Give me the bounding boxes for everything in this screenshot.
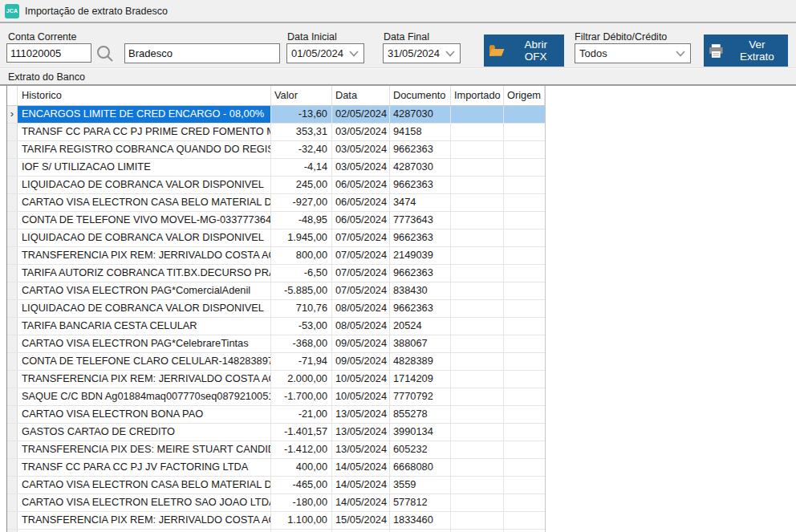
- cell-historico[interactable]: CARTAO VISA ELECTRON PAG*CelebrareTintas: [18, 335, 271, 352]
- cell-valor[interactable]: 800,00: [271, 247, 332, 264]
- cell-data[interactable]: 15/05/2024: [332, 512, 390, 529]
- cell-valor[interactable]: 1.100,00: [271, 512, 332, 529]
- cell-data[interactable]: 14/05/2024: [332, 477, 390, 493]
- cell-valor[interactable]: -5.885,00: [271, 282, 332, 299]
- cell-origem[interactable]: [504, 265, 545, 282]
- cell-data[interactable]: 06/05/2024: [332, 177, 390, 193]
- table-row[interactable]: IOF S/ UTILIZACAO LIMITE -4,14 03/05/202…: [7, 159, 545, 177]
- cell-historico[interactable]: TARIFA REGISTRO COBRANCA QUANDO DO REGIS…: [18, 141, 271, 158]
- cell-data[interactable]: 06/05/2024: [332, 212, 390, 229]
- cell-historico[interactable]: LIQUIDACAO DE COBRANCA VALOR DISPONIVEL: [18, 300, 271, 317]
- cell-origem[interactable]: [504, 159, 545, 176]
- table-row[interactable]: CARTAO VISA ELECTRON PAG*CelebrareTintas…: [7, 335, 545, 353]
- cell-documento[interactable]: 577812: [390, 494, 451, 511]
- cell-importado[interactable]: [451, 124, 504, 140]
- cell-data[interactable]: 07/05/2024: [332, 229, 390, 246]
- cell-valor[interactable]: -1.412,00: [271, 441, 332, 458]
- cell-documento[interactable]: 7770792: [390, 388, 451, 405]
- cell-origem[interactable]: [504, 124, 545, 140]
- bank-name-input[interactable]: [124, 43, 280, 63]
- table-row[interactable]: LIQUIDACAO DE COBRANCA VALOR DISPONIVEL …: [7, 300, 545, 318]
- cell-historico[interactable]: TRANSF CC PARA CC PJ JV FACTORING LTDA: [18, 459, 271, 476]
- table-row[interactable]: TRANSFERENCIA PIX REM: JERRIVALDO COSTA …: [7, 512, 545, 530]
- account-number-input[interactable]: [6, 43, 91, 63]
- table-row[interactable]: CARTAO VISA ELECTRON CASA BELO MATERIAL …: [7, 477, 545, 494]
- table-row[interactable]: CONTA DE TELEFONE VIVO MOVEL-MG-03377736…: [7, 212, 545, 229]
- cell-documento[interactable]: 7773643: [390, 212, 451, 229]
- table-row[interactable]: TRANSFERENCIA PIX REM: JERRIVALDO COSTA …: [7, 247, 545, 265]
- cell-documento[interactable]: 9662363: [390, 300, 451, 317]
- cell-importado[interactable]: [451, 247, 504, 264]
- column-header-origem[interactable]: Origem: [504, 86, 545, 105]
- cell-historico[interactable]: LIQUIDACAO DE COBRANCA VALOR DISPONIVEL: [18, 229, 271, 246]
- table-row[interactable]: TRANSFERENCIA PIX DES: MEIRE STUART CAND…: [7, 441, 545, 459]
- cell-data[interactable]: 14/05/2024: [332, 459, 390, 476]
- cell-importado[interactable]: [451, 265, 504, 282]
- table-row[interactable]: GASTOS CARTAO DE CREDITO -1.401,57 13/05…: [7, 424, 545, 441]
- cell-importado[interactable]: [451, 441, 504, 458]
- cell-documento[interactable]: 1833460: [390, 512, 451, 529]
- cell-historico[interactable]: TRANSFERENCIA PIX REM: JERRIVALDO COSTA …: [18, 247, 271, 264]
- cell-historico[interactable]: CARTAO VISA ELECTRON BONA PAO: [18, 406, 271, 423]
- cell-data[interactable]: 13/05/2024: [332, 424, 390, 441]
- cell-valor[interactable]: 353,31: [271, 124, 332, 140]
- cell-documento[interactable]: 3474: [390, 194, 451, 211]
- cell-valor[interactable]: 400,00: [271, 459, 332, 476]
- cell-historico[interactable]: CARTAO VISA ELECTRON CASA BELO MATERIAL …: [18, 477, 271, 493]
- cell-historico[interactable]: TRANSFERENCIA PIX REM: JERRIVALDO COSTA …: [18, 371, 271, 388]
- table-row[interactable]: SAQUE C/C BDN Ag01884maq007770seq0879210…: [7, 388, 545, 406]
- cell-origem[interactable]: [504, 459, 545, 476]
- cell-historico[interactable]: TRANSFERENCIA PIX DES: MEIRE STUART CAND…: [18, 441, 271, 458]
- cell-data[interactable]: 09/05/2024: [332, 335, 390, 352]
- cell-origem[interactable]: [504, 247, 545, 264]
- cell-documento[interactable]: 605232: [390, 441, 451, 458]
- cell-importado[interactable]: [451, 141, 504, 158]
- cell-data[interactable]: 10/05/2024: [332, 388, 390, 405]
- cell-data[interactable]: 14/05/2024: [332, 494, 390, 511]
- cell-valor[interactable]: 1.945,00: [271, 229, 332, 246]
- cell-origem[interactable]: [504, 441, 545, 458]
- cell-valor[interactable]: -465,00: [271, 477, 332, 493]
- cell-data[interactable]: 02/05/2024: [332, 106, 390, 123]
- cell-importado[interactable]: [451, 388, 504, 405]
- cell-origem[interactable]: [504, 212, 545, 229]
- cell-valor[interactable]: -32,40: [271, 141, 332, 158]
- cell-valor[interactable]: -6,50: [271, 265, 332, 282]
- cell-importado[interactable]: [451, 318, 504, 335]
- table-row[interactable]: TARIFA BANCARIA CESTA CELULAR -53,00 08/…: [7, 318, 545, 335]
- table-row[interactable]: CARTAO VISA ELECTRON ELETRO SAO JOAO LTD…: [7, 494, 545, 512]
- cell-data[interactable]: 07/05/2024: [332, 282, 390, 299]
- cell-importado[interactable]: [451, 459, 504, 476]
- column-header-historico[interactable]: Historico: [18, 86, 271, 105]
- cell-documento[interactable]: 4287030: [390, 106, 451, 123]
- table-row[interactable]: TARIFA AUTORIZ COBRANCA TIT.BX.DECURSO P…: [7, 265, 545, 282]
- column-header-valor[interactable]: Valor: [271, 86, 332, 105]
- cell-valor[interactable]: -13,60: [271, 106, 332, 123]
- cell-importado[interactable]: [451, 106, 504, 123]
- cell-valor[interactable]: -927,00: [271, 194, 332, 211]
- cell-data[interactable]: 03/05/2024: [332, 159, 390, 176]
- cell-importado[interactable]: [451, 159, 504, 176]
- table-row[interactable]: LIQUIDACAO DE COBRANCA VALOR DISPONIVEL …: [7, 177, 545, 194]
- cell-valor[interactable]: -48,95: [271, 212, 332, 229]
- cell-origem[interactable]: [504, 300, 545, 317]
- cell-origem[interactable]: [504, 406, 545, 423]
- cell-historico[interactable]: CARTAO VISA ELECTRON PAG*ComercialAdenil: [18, 282, 271, 299]
- cell-importado[interactable]: [451, 512, 504, 529]
- cell-origem[interactable]: [504, 353, 545, 370]
- cell-importado[interactable]: [451, 424, 504, 441]
- cell-historico[interactable]: IOF S/ UTILIZACAO LIMITE: [18, 159, 271, 176]
- cell-documento[interactable]: 3990134: [390, 424, 451, 441]
- cell-origem[interactable]: [504, 318, 545, 335]
- cell-importado[interactable]: [451, 494, 504, 511]
- cell-valor[interactable]: -4,14: [271, 159, 332, 176]
- table-row[interactable]: CARTAO VISA ELECTRON CASA BELO MATERIAL …: [7, 194, 545, 212]
- column-header-documento[interactable]: Documento: [390, 86, 451, 105]
- cell-documento[interactable]: 2149039: [390, 247, 451, 264]
- cell-importado[interactable]: [451, 477, 504, 493]
- data-inicial-combobox[interactable]: 01/05/2024: [286, 43, 364, 63]
- cell-data[interactable]: 13/05/2024: [332, 406, 390, 423]
- cell-historico[interactable]: CONTA DE TELEFONE VIVO MOVEL-MG-03377736…: [18, 212, 271, 229]
- cell-origem[interactable]: [504, 229, 545, 246]
- cell-documento[interactable]: 388067: [390, 335, 451, 352]
